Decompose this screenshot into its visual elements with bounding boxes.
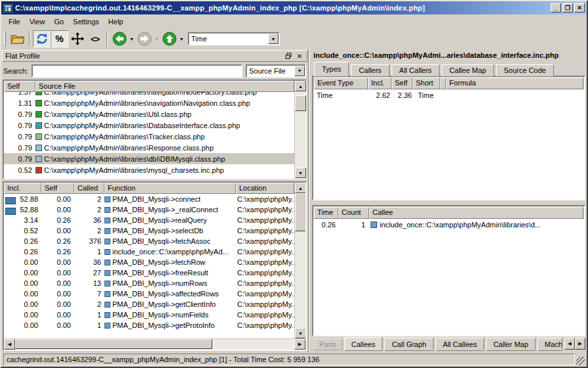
float-dock-icon[interactable] xyxy=(284,52,293,60)
scroll-down-icon[interactable]: ▼ xyxy=(295,328,305,338)
source-file-row[interactable]: 0.79 C:\xampp\phpMyAdmin\libraries\Datab… xyxy=(4,120,294,131)
scroll-thumb[interactable] xyxy=(295,95,306,111)
callee-row[interactable]: 0.26 1 include_once::C:\xampp\phpMyAdmin… xyxy=(313,219,584,230)
scroll-up-icon[interactable]: ▲ xyxy=(295,183,305,193)
column-header-self[interactable]: Self xyxy=(392,78,413,89)
source-file-row[interactable]: 1.31 C:\xampp\phpMyAdmin\libraries\navig… xyxy=(4,97,294,108)
tab[interactable]: Caller Map xyxy=(486,338,535,351)
function-row[interactable]: 52.88 0.00 2 PMA_DBI_Mysqli->_realConnec… xyxy=(4,204,294,215)
column-header-count[interactable]: Count xyxy=(338,207,369,219)
function-row[interactable]: 0.00 0.00 27 PMA_DBI_Mysqli->freeResult … xyxy=(4,267,294,278)
scroll-right-icon[interactable]: ▶ xyxy=(294,339,305,350)
column-header-time[interactable]: Time xyxy=(314,207,338,219)
toolbar-drag-handle[interactable] xyxy=(4,32,6,46)
shorten-templates-button[interactable]: <> xyxy=(86,30,104,47)
function-row[interactable]: 0.52 0.00 2 PMA_DBI_Mysqli->selectDb C:\… xyxy=(4,225,294,236)
menu-item[interactable]: View xyxy=(25,16,50,27)
column-header-function[interactable]: Function xyxy=(104,183,236,194)
scroll-track[interactable] xyxy=(15,339,294,350)
tab[interactable]: Callee Map xyxy=(441,64,494,76)
function-row[interactable]: 3.14 0.26 36 PMA_DBI_Mysqli->realQuery C… xyxy=(4,215,294,225)
chevron-down-icon[interactable]: ▼ xyxy=(268,34,279,44)
tab[interactable]: Callers xyxy=(351,64,389,76)
file-list-vertical-scrollbar[interactable]: ▲ ▼ xyxy=(294,81,305,178)
tab[interactable]: Callees xyxy=(344,337,383,351)
close-dock-icon[interactable]: ✕ xyxy=(295,52,304,60)
tab[interactable]: Types xyxy=(314,62,349,76)
event-type-select[interactable]: Time ▼ xyxy=(188,32,280,45)
scroll-left-icon[interactable]: ◀ xyxy=(4,339,15,350)
column-header-short[interactable]: Short xyxy=(413,78,440,89)
source-file-row[interactable]: 0.79 C:\xampp\phpMyAdmin\libraries\Respo… xyxy=(4,142,294,153)
event-type-row[interactable]: Time 2.62 2.36 Time xyxy=(313,89,584,101)
tab[interactable]: All Callees xyxy=(436,338,484,351)
self-cost-cell: 0.79 xyxy=(4,144,34,152)
tab[interactable]: Machine xyxy=(537,338,562,351)
source-file-row[interactable]: 0.79 C:\xampp\phpMyAdmin\libraries\Util.… xyxy=(4,108,294,120)
scroll-thumb[interactable] xyxy=(15,339,212,349)
scroll-down-icon[interactable]: ▼ xyxy=(295,168,306,178)
maximize-button[interactable]: ❐ xyxy=(562,3,573,12)
reload-button[interactable] xyxy=(33,30,51,47)
relative-percent-button[interactable]: % xyxy=(51,30,68,47)
close-button[interactable]: ✕ xyxy=(574,3,585,12)
function-table-horizontal-scrollbar[interactable]: ◀ ▶ xyxy=(4,338,305,350)
back-button[interactable] xyxy=(110,30,128,47)
column-header-location[interactable]: Location xyxy=(236,183,294,194)
group-by-select[interactable]: Source File ▼ xyxy=(246,64,306,78)
menu-item[interactable]: Settings xyxy=(68,16,104,27)
column-header-called[interactable]: Called xyxy=(74,183,104,194)
menu-item[interactable]: File xyxy=(4,16,25,27)
scroll-thumb[interactable] xyxy=(295,193,305,231)
column-header-incl[interactable]: Incl. xyxy=(4,183,41,194)
function-row[interactable]: 0.26 0.26 1 include_once::C:\xampp\phpMy… xyxy=(4,246,294,257)
scroll-right-icon[interactable]: ▶ xyxy=(575,338,585,350)
title-bar[interactable]: C:\xampp\tmp\cachegrind.out.1416463299-C… xyxy=(1,1,587,14)
function-table-vertical-scrollbar[interactable]: ▲ ▼ xyxy=(294,183,305,338)
function-row[interactable]: 0.26 0.26 376 PMA_DBI_Mysqli->fetchAssoc… xyxy=(4,236,294,246)
bottom-tab-scroll[interactable]: ◀▶ xyxy=(564,338,585,350)
up-button[interactable] xyxy=(160,30,178,47)
cycle-detection-button[interactable] xyxy=(68,30,86,47)
source-file-row[interactable]: 0.52 C:\xampp\phpMyAdmin\libraries\mysql… xyxy=(4,164,294,175)
chevron-down-icon[interactable]: ▼ xyxy=(294,66,305,76)
source-file-row[interactable]: 0.79 C:\xampp\phpMyAdmin\libraries\Track… xyxy=(4,131,294,142)
function-row[interactable]: 0.00 0.00 1 PMA_DBI_Mysqli->numFields C:… xyxy=(4,310,294,320)
column-header-event-type[interactable]: Event Type xyxy=(314,78,368,89)
column-header-callee[interactable]: Callee xyxy=(369,207,583,219)
back-dropdown-caret[interactable]: ▼ xyxy=(128,37,135,41)
called-count-cell: 2 xyxy=(74,300,104,308)
column-header-incl[interactable]: Incl. xyxy=(368,78,392,89)
minimize-button[interactable]: _ xyxy=(551,3,561,12)
dock-title-bar[interactable]: Flat Profile ✕ xyxy=(2,50,307,62)
tab[interactable]: All Callers xyxy=(392,64,440,76)
function-row[interactable]: 0.00 0.00 2 PMA_DBI_Mysqli->getClientInf… xyxy=(4,299,294,310)
source-file-row[interactable]: 0.52 C:\xampp\phpMyAdmin\libraries\user_… xyxy=(4,175,294,178)
search-input[interactable] xyxy=(32,64,242,78)
menu-item[interactable]: Go xyxy=(49,16,68,27)
function-row[interactable]: 0.00 0.00 13 PMA_DBI_Mysqli->numRows C:\… xyxy=(4,278,294,288)
column-header-self[interactable]: Self xyxy=(4,81,35,92)
up-dropdown-caret[interactable]: ▼ xyxy=(178,37,185,41)
scroll-up-icon[interactable]: ▲ xyxy=(295,81,306,91)
column-header-source-file[interactable]: Source File xyxy=(35,81,294,92)
function-row[interactable]: 52.88 0.00 2 PMA_DBI_Mysqli->connect C:\… xyxy=(4,194,294,204)
column-header-formula[interactable]: Formula xyxy=(446,78,583,89)
function-row[interactable]: 0.00 0.00 36 PMA_DBI_Mysqli->fetchRow C:… xyxy=(4,257,294,267)
scroll-track[interactable] xyxy=(295,91,305,168)
scroll-left-icon[interactable]: ◀ xyxy=(564,338,575,350)
open-file-button[interactable] xyxy=(9,30,26,47)
scroll-track[interactable] xyxy=(295,193,305,328)
source-file-row[interactable]: 1.37 C:\xampp\phpMyAdmin\libraries\navig… xyxy=(4,92,294,97)
function-row[interactable]: 0.00 0.00 7 PMA_DBI_Mysqli->affectedRows… xyxy=(4,288,294,299)
menu-item[interactable]: Help xyxy=(104,16,128,27)
tab[interactable]: Call Graph xyxy=(384,338,434,351)
tab[interactable]: Parts xyxy=(313,338,342,350)
source-file-row[interactable]: 0.79 C:\xampp\phpMyAdmin\libraries\dbi\D… xyxy=(4,153,294,164)
resize-grip-icon[interactable] xyxy=(576,357,585,365)
angle-brackets-icon: <> xyxy=(91,34,99,44)
function-name-cell: PMA_DBI_Mysqli->connect xyxy=(104,195,236,203)
function-row[interactable]: 0.00 0.00 1 PMA_DBI_Mysqli->getProtoInfo… xyxy=(4,320,294,331)
tab[interactable]: Source Code xyxy=(496,64,554,76)
column-header-self[interactable]: Self xyxy=(41,183,74,194)
